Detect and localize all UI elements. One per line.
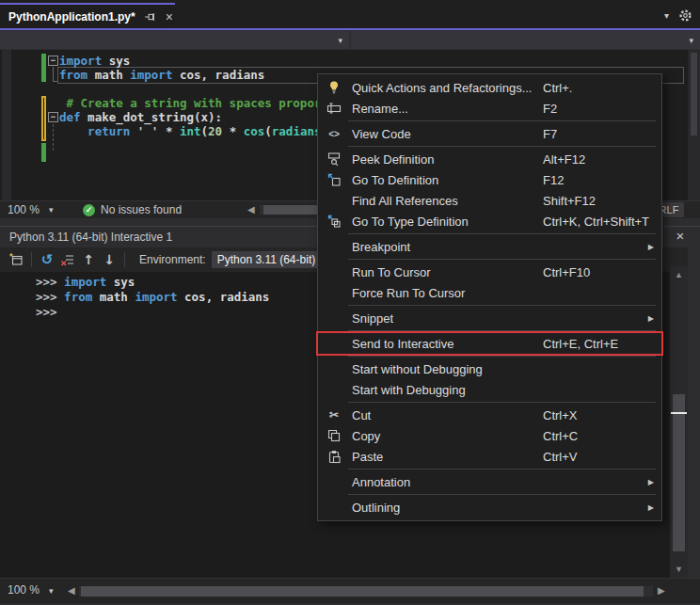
menu-item-shortcut: F12 (543, 173, 656, 187)
menu-item-quick-actions-and-refactorings[interactable]: Quick Actions and Refactorings...Ctrl+. (318, 77, 661, 98)
rename-icon (322, 98, 346, 119)
menu-item-label: Rename... (346, 102, 543, 116)
scrollbar-thumb[interactable] (673, 394, 685, 551)
menu-item-send-to-interactive[interactable]: Send to InteractiveCtrl+E, Ctrl+E (318, 333, 661, 354)
go-to-type-definition-icon (322, 211, 346, 231)
menu-icon-placeholder (322, 333, 346, 354)
scroll-down-icon[interactable]: ▼ (670, 565, 688, 574)
editor-vertical-scrollbar[interactable] (688, 50, 700, 200)
menu-item-force-run-to-cursor[interactable]: Force Run To Cursor (318, 282, 661, 303)
reset-repl-icon[interactable]: ↺ (37, 250, 57, 269)
menu-icon-placeholder (322, 308, 346, 328)
scrollbar-thumb[interactable] (81, 586, 644, 597)
nav-project-dropdown[interactable]: ▾ (0, 31, 349, 49)
menu-separator (348, 469, 656, 470)
menu-icon-placeholder (322, 379, 346, 400)
gear-icon[interactable] (678, 8, 692, 23)
menu-item-breakpoint[interactable]: Breakpoint▶ (318, 236, 661, 257)
menu-item-run-to-cursor[interactable]: Run To CursorCtrl+F10 (318, 262, 661, 282)
menu-item-shortcut: Ctrl+V (543, 450, 656, 464)
scroll-right-icon[interactable]: ▶ (658, 585, 665, 596)
menu-item-label: Start with Debugging (346, 383, 543, 397)
menu-icon-placeholder (322, 471, 346, 492)
toolbar-separator (124, 252, 125, 267)
menu-item-rename[interactable]: Rename...F2 (318, 98, 661, 119)
history-next-icon[interactable]: ↓ (99, 250, 119, 269)
menu-item-peek-definition[interactable]: Peek DefinitionAlt+F12 (318, 149, 661, 169)
pin-icon[interactable] (143, 9, 156, 24)
menu-separator (348, 233, 656, 234)
environment-label: Environment: (139, 253, 206, 266)
fold-collapse-icon[interactable]: − (48, 56, 58, 66)
breakpoint-margin[interactable] (2, 50, 11, 200)
menu-separator (348, 305, 656, 306)
menu-item-outlining[interactable]: Outlining▶ (318, 497, 661, 517)
menu-item-label: Find All References (346, 194, 543, 208)
menu-item-label: Snippet (346, 311, 543, 326)
window-edge (688, 227, 700, 605)
menu-item-label: Run To Cursor (346, 265, 543, 279)
window-list-chevron-icon[interactable]: ▾ (664, 10, 669, 21)
fold-collapse-icon[interactable]: − (48, 112, 58, 122)
lightbulb-icon (322, 77, 346, 98)
menu-item-go-to-type-definition[interactable]: Go To Type DefinitionCtrl+K, Ctrl+Shift+… (318, 211, 661, 231)
repl-horizontal-scrollbar[interactable] (79, 586, 653, 597)
menu-item-shortcut: F7 (543, 127, 656, 141)
menu-separator (348, 120, 656, 121)
menu-item-copy[interactable]: CopyCtrl+C (318, 425, 661, 446)
tab-close-icon[interactable]: × (164, 9, 175, 24)
repl-status-bar: 100 % ▾ ◀ ▶ (0, 578, 700, 603)
tab-pythonapplication1[interactable]: PythonApplication1.py* × (0, 3, 175, 28)
zoom-chevron-icon[interactable]: ▾ (49, 586, 54, 596)
copy-icon (322, 425, 346, 446)
menu-separator (348, 494, 656, 495)
editor-zoom-level[interactable]: 100 % (8, 203, 40, 216)
menu-item-go-to-definition[interactable]: Go To DefinitionF12 (318, 169, 661, 190)
scroll-left-icon[interactable]: ◀ (68, 585, 75, 596)
menu-item-label: Quick Actions and Refactorings... (346, 81, 543, 95)
menu-item-snippet[interactable]: Snippet▶ (318, 308, 661, 328)
menu-separator (348, 330, 656, 331)
menu-item-start-with-debugging[interactable]: Start with Debugging (318, 379, 661, 400)
chevron-down-icon: ▾ (689, 36, 693, 45)
menu-item-paste[interactable]: PasteCtrl+V (318, 446, 661, 467)
menu-item-label: Peek Definition (346, 152, 543, 167)
nav-member-dropdown[interactable]: ▾ (351, 31, 700, 49)
caret-position-marker (671, 412, 687, 414)
chevron-down-icon: ▾ (338, 36, 342, 45)
menu-icon-placeholder (322, 282, 346, 303)
scrollbar-thumb[interactable] (691, 53, 697, 135)
code-line: import sys (59, 54, 562, 68)
health-status-label[interactable]: No issues found (101, 203, 182, 216)
navigation-bar: ▾ ▾ (0, 30, 700, 50)
new-interactive-window-icon[interactable] (6, 250, 26, 269)
menu-item-find-all-references[interactable]: Find All ReferencesShift+F12 (318, 190, 661, 211)
scroll-up-icon[interactable]: ▲ (670, 270, 688, 279)
menu-item-cut[interactable]: ✂CutCtrl+X (318, 405, 661, 425)
menu-item-start-without-debugging[interactable]: Start without Debugging (318, 358, 661, 379)
repl-prompt: >>> (36, 290, 64, 304)
menu-item-annotation[interactable]: Annotation▶ (318, 471, 661, 492)
submenu-arrow-icon: ▶ (648, 503, 654, 512)
vs-window: PythonApplication1.py* × ▾ ▾ ▾ − − (0, 0, 700, 605)
menu-item-shortcut: Ctrl+E, Ctrl+E (543, 337, 656, 351)
tab-title: PythonApplication1.py* (8, 10, 135, 24)
pane-title: Python 3.11 (64-bit) Interactive 1 (9, 231, 172, 244)
zoom-chevron-icon[interactable]: ▾ (49, 205, 54, 215)
menu-item-view-code[interactable]: <>View CodeF7 (318, 123, 661, 144)
menu-item-shortcut: Ctrl+. (543, 81, 656, 95)
scroll-left-icon[interactable]: ◀ (247, 204, 255, 215)
repl-zoom-level[interactable]: 100 % (8, 583, 40, 597)
repl-vertical-scrollbar[interactable]: ▲ ▼ (670, 266, 688, 578)
cut-icon: ✂ (322, 405, 346, 425)
submenu-arrow-icon: ▶ (648, 314, 654, 323)
menu-icon-placeholder (322, 497, 346, 517)
menu-icon-placeholder (322, 358, 346, 379)
pane-close-icon[interactable]: × (672, 228, 689, 244)
clear-screen-icon[interactable] (57, 250, 78, 269)
menu-item-label: Copy (346, 429, 543, 443)
context-menu-items: Quick Actions and Refactorings...Ctrl+.R… (317, 73, 662, 521)
view-code-icon: <> (322, 123, 346, 144)
history-previous-icon[interactable]: ↑ (78, 250, 99, 269)
menu-item-label: Paste (346, 450, 543, 464)
